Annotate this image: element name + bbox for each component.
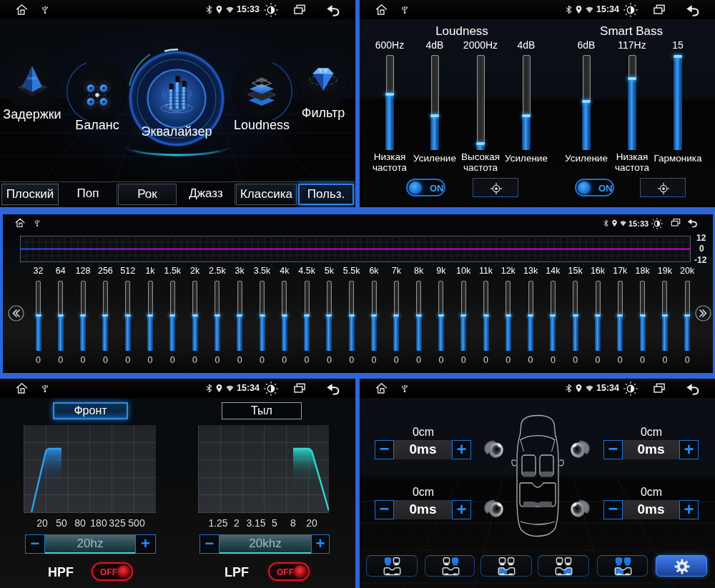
svg-text:Эквалайзер: Эквалайзер (142, 124, 212, 139)
svg-text:Задержки: Задержки (3, 107, 61, 121)
svg-text:Фильтр: Фильтр (302, 106, 345, 120)
svg-text:Баланс: Баланс (75, 118, 119, 132)
svg-text:Loudness: Loudness (234, 118, 290, 132)
